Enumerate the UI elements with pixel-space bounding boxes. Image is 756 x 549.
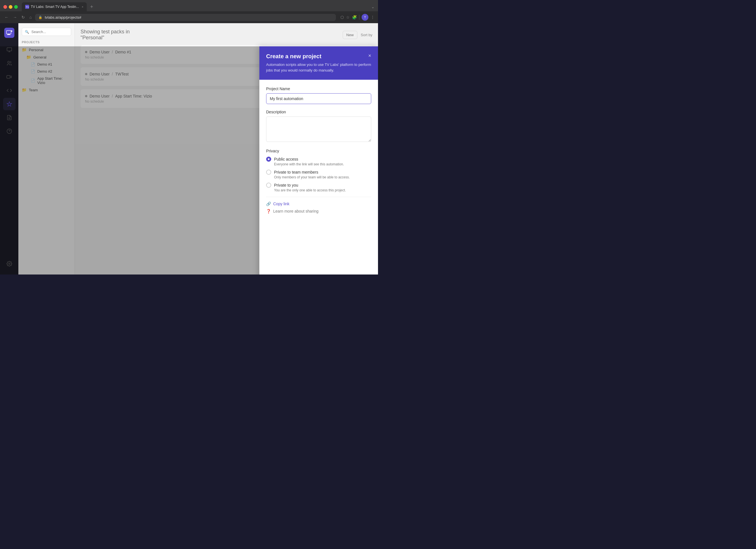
url-bar[interactable]: 🔒 tvlabs.ai/app/projects# (35, 14, 336, 21)
link-icon: 🔗 (266, 201, 271, 206)
radio-private-button[interactable] (266, 183, 271, 188)
projects-section-label: PROJECTS (18, 40, 75, 46)
home-button[interactable]: ⌂ (28, 14, 33, 21)
address-bar: ← → ↻ ⌂ 🔒 tvlabs.ai/app/projects# ⬡ ☆ 🧩 … (0, 11, 378, 23)
showing-text: Showing test packs in "Personal" (81, 29, 130, 40)
radio-public-desc: Everyone with the link will see this aut… (274, 162, 371, 166)
forward-button[interactable]: → (12, 14, 18, 21)
modal-subtitle: Automation scripts allow you to use TV L… (266, 62, 371, 73)
url-text: tvlabs.ai/app/projects# (45, 15, 81, 19)
copy-link-row[interactable]: 🔗 Copy link (266, 201, 371, 206)
learn-more-row[interactable]: ❓ Learn more about sharing (266, 209, 371, 213)
project-name-group: Project Name (266, 86, 371, 104)
tabs-chevron-icon[interactable]: ⌄ (371, 5, 375, 9)
main-layout: 🔍 PROJECTS 📁 Personal 📁 General 📄 Demo #… (0, 23, 378, 274)
svg-text:TV: TV (26, 6, 29, 8)
privacy-group: Privacy Public access Everyone with the … (266, 149, 371, 192)
radio-option-team[interactable]: Private to team members Only members of … (266, 170, 371, 179)
top-bar: Showing test packs in "Personal" New Sor… (81, 29, 372, 41)
modal-title: Create a new project (266, 53, 321, 60)
description-label: Description (266, 110, 371, 114)
minimize-window-button[interactable] (9, 5, 12, 9)
project-name-label: Project Name (266, 86, 371, 91)
radio-team-desc: Only members of your team will be able t… (274, 175, 371, 179)
description-group: Description (266, 110, 371, 143)
extensions-icon[interactable]: 🧩 (352, 15, 357, 19)
showing-heading: Showing test packs in "Personal" (81, 29, 130, 41)
new-button[interactable]: New (343, 31, 357, 39)
tab-favicon: TV (25, 5, 29, 9)
separator (359, 15, 359, 20)
svg-rect-2 (6, 31, 11, 34)
sort-by-label: Sort by (361, 33, 372, 37)
browser-chrome: TV TV Labs: Smart TV App Testin... × + ⌄… (0, 0, 378, 23)
maximize-window-button[interactable] (14, 5, 18, 9)
svg-rect-4 (7, 34, 10, 35)
project-name-input[interactable] (266, 93, 371, 104)
reload-button[interactable]: ↻ (20, 14, 26, 21)
back-button[interactable]: ← (3, 14, 10, 21)
radio-option-public[interactable]: Public access Everyone with the link wil… (266, 157, 371, 166)
radio-team-button[interactable] (266, 170, 271, 175)
create-project-modal: Create a new project × Automation script… (259, 46, 378, 274)
lock-icon: 🔒 (38, 16, 42, 19)
tab-title: TV Labs: Smart TV App Testin... (31, 5, 79, 9)
description-textarea[interactable] (266, 116, 371, 142)
traffic-lights (3, 5, 18, 9)
app-logo[interactable] (4, 28, 14, 38)
radio-team-label: Private to team members (274, 170, 318, 174)
radio-option-private[interactable]: Private to you You are the only one able… (266, 183, 371, 192)
svg-point-5 (11, 31, 12, 32)
svg-rect-3 (8, 34, 10, 34)
search-icon: 🔍 (25, 30, 29, 34)
tab-close-button[interactable]: × (82, 5, 83, 8)
profile-button[interactable]: T (362, 14, 368, 21)
question-icon: ❓ (266, 209, 271, 213)
active-tab[interactable]: TV TV Labs: Smart TV App Testin... × (22, 2, 87, 11)
modal-header-top: Create a new project × (266, 53, 371, 60)
divider (266, 197, 371, 197)
external-link-icon[interactable]: ⬡ (340, 15, 344, 19)
new-tab-button[interactable]: + (88, 3, 95, 10)
search-input[interactable] (31, 30, 68, 34)
radio-public-button[interactable] (266, 157, 271, 162)
modal-close-button[interactable]: × (368, 53, 371, 58)
menu-icon[interactable]: ⋮ (371, 15, 375, 19)
close-window-button[interactable] (3, 5, 7, 9)
radio-public-label: Public access (274, 157, 298, 161)
address-actions: ⬡ ☆ 🧩 T ⋮ (340, 14, 375, 21)
radio-private-desc: You are the only one able to access this… (274, 188, 371, 192)
learn-more-label: Learn more about sharing (273, 209, 318, 213)
tab-bar: TV TV Labs: Smart TV App Testin... × + ⌄ (0, 0, 378, 11)
search-box[interactable]: 🔍 (22, 28, 71, 36)
modal-body: Project Name Description Privacy Public … (259, 80, 378, 274)
modal-header: Create a new project × Automation script… (259, 46, 378, 80)
copy-link-label: Copy link (273, 201, 290, 206)
radio-private-label: Private to you (274, 183, 298, 187)
bookmark-icon[interactable]: ☆ (346, 15, 350, 19)
privacy-label: Privacy (266, 149, 371, 153)
